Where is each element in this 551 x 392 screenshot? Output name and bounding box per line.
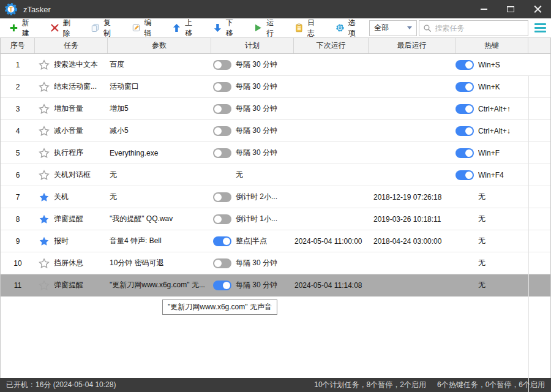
plan-toggle[interactable] [213,281,231,290]
table-row[interactable]: 3 增加音量 增加5 每隔 30 分钟 Ctrl+Alt+↑ [1,98,550,120]
plan-toggle[interactable] [213,258,231,268]
row-spacer [528,120,550,141]
filter-dropdown[interactable]: 全部 [369,20,416,36]
plan-text: 整点|半点 [236,236,267,246]
move-up-button[interactable]: 上移 [165,20,206,36]
plan-toggle[interactable] [213,192,231,202]
plan-toggle[interactable] [213,214,231,224]
last-run: 2019-03-26 10:18:11 [369,208,455,230]
row-number: 11 [1,274,35,296]
hotkey-toggle[interactable] [455,104,474,114]
plan-toggle[interactable] [213,148,231,158]
hotkey-toggle[interactable] [455,170,474,180]
task-param: 10分钟 密码可退 [108,252,211,274]
options-icon [335,23,345,32]
column-header-num[interactable]: 序号 [1,38,35,53]
table-row[interactable]: 8 弹窗提醒 "我的提醒" QQ.wav 倒计时 1小... 2019-03-2… [1,208,550,230]
row-spacer [528,252,550,274]
plan-toggle[interactable] [213,82,231,92]
star-icon[interactable] [39,258,50,269]
uptime-status: 已开机：16分 (2024-05-04 10:28) [6,380,116,390]
run-task-label: 运行 [266,18,281,39]
star-icon[interactable] [39,192,50,203]
task-param: 增加5 [108,98,211,119]
hotkey-toggle[interactable] [455,148,474,158]
run-task-button[interactable]: 运行 [247,20,288,36]
edit-task-button[interactable]: 编辑 [125,20,166,36]
arrow-up-icon [172,23,181,32]
maximize-button[interactable] [497,0,524,18]
next-run [294,252,369,274]
table-row[interactable]: 2 结束活动窗... 活动窗口 每隔 30 分钟 Win+K [1,76,550,98]
close-button[interactable] [524,0,551,18]
table-row[interactable]: 10 挡屏休息 10分钟 密码可退 每隔 30 分钟 无 [1,252,550,274]
last-run [369,274,455,296]
star-icon[interactable] [39,81,50,92]
minimize-button[interactable] [470,0,497,18]
log-button[interactable]: 日志 [288,20,329,36]
column-header-plan[interactable]: 计划 [211,38,294,53]
hotkey-text: Win+S [478,61,500,69]
edit-icon [132,23,141,32]
hotkey-text: 无 [478,192,485,202]
star-icon[interactable] [39,126,50,137]
row-number: 9 [1,230,35,252]
star-icon[interactable] [39,104,50,115]
star-icon[interactable] [39,148,50,159]
next-run [294,142,369,164]
tooltip: "更新刀网www.x6g.com" 无声音 [162,300,277,315]
window-title: zTasker [23,5,470,14]
plan-toggle[interactable] [213,126,231,136]
close-icon [534,6,542,13]
table-area: 序号 任务 参数 计划 下次运行 最后运行 热键 1 搜索选中文本 百度 每隔 … [0,38,551,378]
hotkey-text: Ctrl+Alt+↑ [478,105,511,113]
next-run: 2024-05-04 11:00:00 [294,230,369,252]
table-row[interactable]: 5 执行程序 Everything.exe 每隔 30 分钟 Win+F [1,142,550,164]
plan-toggle[interactable] [213,236,231,246]
table-row[interactable]: 1 搜索选中文本 百度 每隔 30 分钟 Win+S [1,54,550,76]
table-row[interactable]: 11 弹窗提醒 "更新刀网www.x6g.com" 无... 每隔 30 分钟 … [1,274,550,296]
plan-text: 每隔 30 分钟 [236,59,277,70]
search-input[interactable] [435,24,524,32]
plan-text: 每隔 30 分钟 [236,126,277,136]
row-spacer [528,164,550,186]
delete-task-button[interactable]: 删除 [43,20,84,36]
copy-task-button[interactable]: 复制 [84,20,125,36]
star-icon[interactable] [39,236,50,247]
table-right-divider [528,76,529,392]
table-row[interactable]: 4 减小音量 减小5 每隔 30 分钟 Ctrl+Alt+↓ [1,120,550,142]
hotkey-toggle[interactable] [455,82,474,92]
arrow-down-icon [213,23,222,32]
table-row[interactable]: 9 报时 音量4 钟声: Bell 整点|半点 2024-05-04 11:00… [1,230,550,252]
options-button[interactable]: 选项 [329,20,370,36]
move-down-button[interactable]: 下移 [206,20,247,36]
list-menu-icon[interactable] [534,23,546,33]
hotkey-toggle[interactable] [455,126,474,136]
star-icon[interactable] [39,214,50,225]
table-row[interactable]: 7 关机 无 倒计时 2小... 2018-12-19 07:26:18 无 [1,186,550,208]
minimize-icon [481,9,487,10]
star-icon[interactable] [39,280,50,291]
hotkey-text: 无 [478,280,485,290]
column-header-param[interactable]: 参数 [108,38,211,53]
column-header-task[interactable]: 任务 [35,38,108,53]
column-header-hotkey[interactable]: 热键 [455,38,528,53]
task-param: "更新刀网www.x6g.com" 无... [108,274,211,296]
plan-toggle[interactable] [213,60,231,70]
titlebar: T zTasker [0,0,551,18]
hotkey-text: Win+F [478,149,500,157]
copy-icon [91,23,100,32]
plan-text: 每隔 30 分钟 [236,258,277,268]
table-body: 1 搜索选中文本 百度 每隔 30 分钟 Win+S 2 结束活动窗... 活动… [1,54,550,378]
plan-toggle[interactable] [213,104,231,114]
hotkey-toggle[interactable] [455,60,474,70]
new-task-button[interactable]: 新建 [2,20,43,36]
table-row[interactable]: 6 关机对话框 无 无 Win+F4 [1,164,550,186]
star-icon[interactable] [39,170,50,181]
task-name: 增加音量 [54,104,83,114]
star-icon[interactable] [39,59,50,70]
column-header-last[interactable]: 最后运行 [369,38,455,53]
task-param: 减小5 [108,120,211,141]
table-header: 序号 任务 参数 计划 下次运行 最后运行 热键 [1,38,550,54]
column-header-next[interactable]: 下次运行 [294,38,369,53]
